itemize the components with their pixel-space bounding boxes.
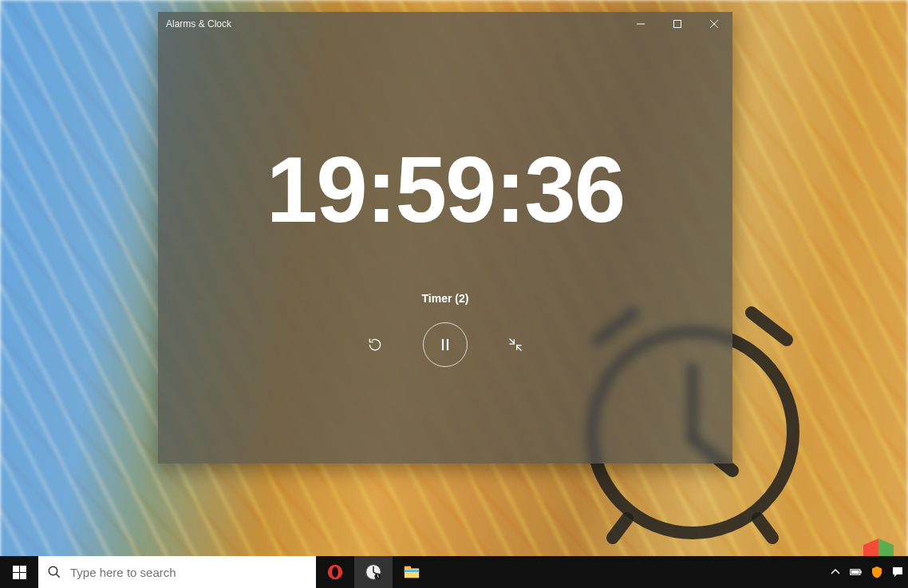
alarms-clock-window: Alarms & Clock 19:59:36 Timer (2) bbox=[158, 12, 732, 464]
svg-line-14 bbox=[510, 339, 515, 344]
tray-battery[interactable] bbox=[846, 556, 867, 588]
browser-icon bbox=[365, 563, 382, 581]
svg-line-21 bbox=[56, 574, 60, 578]
svg-rect-17 bbox=[20, 566, 26, 572]
taskbar-app-file-explorer[interactable] bbox=[393, 556, 431, 588]
titlebar[interactable]: Alarms & Clock bbox=[158, 12, 732, 36]
svg-rect-32 bbox=[851, 570, 859, 574]
taskbar-app-browser[interactable] bbox=[354, 556, 393, 588]
reset-button[interactable] bbox=[364, 333, 386, 356]
svg-rect-16 bbox=[13, 566, 19, 572]
file-explorer-icon bbox=[403, 563, 420, 581]
action-center-icon bbox=[891, 566, 904, 578]
pause-button[interactable] bbox=[423, 322, 468, 367]
taskbar bbox=[0, 556, 908, 588]
close-button[interactable] bbox=[696, 12, 732, 36]
svg-point-23 bbox=[332, 566, 338, 578]
timer-controls bbox=[364, 322, 527, 367]
battery-icon bbox=[850, 566, 863, 578]
maximize-button[interactable] bbox=[659, 12, 696, 36]
timer-time-display: 19:59:36 bbox=[266, 144, 624, 236]
tray-security[interactable] bbox=[867, 556, 887, 588]
svg-rect-19 bbox=[20, 573, 26, 579]
taskbar-search[interactable] bbox=[38, 556, 316, 588]
opera-icon bbox=[326, 563, 344, 581]
svg-point-20 bbox=[49, 566, 57, 575]
action-center-button[interactable] bbox=[887, 556, 908, 588]
timer-label: Timer (2) bbox=[422, 292, 469, 305]
svg-rect-29 bbox=[405, 570, 419, 572]
start-button[interactable] bbox=[0, 556, 38, 588]
search-icon bbox=[38, 556, 70, 588]
tray-overflow-button[interactable] bbox=[825, 556, 846, 588]
security-icon bbox=[870, 566, 883, 578]
windows-icon bbox=[13, 566, 26, 579]
search-input[interactable] bbox=[70, 566, 316, 579]
system-tray bbox=[825, 556, 908, 588]
collapse-button[interactable] bbox=[504, 333, 527, 356]
svg-rect-27 bbox=[405, 568, 419, 578]
minimize-button[interactable] bbox=[622, 12, 659, 36]
chevron-up-icon bbox=[829, 566, 842, 578]
taskbar-app-opera[interactable] bbox=[316, 556, 354, 588]
window-title: Alarms & Clock bbox=[158, 18, 231, 30]
svg-rect-28 bbox=[405, 566, 411, 570]
svg-rect-31 bbox=[860, 570, 862, 573]
svg-rect-8 bbox=[674, 21, 681, 28]
svg-line-15 bbox=[517, 346, 522, 351]
svg-rect-18 bbox=[13, 573, 19, 579]
